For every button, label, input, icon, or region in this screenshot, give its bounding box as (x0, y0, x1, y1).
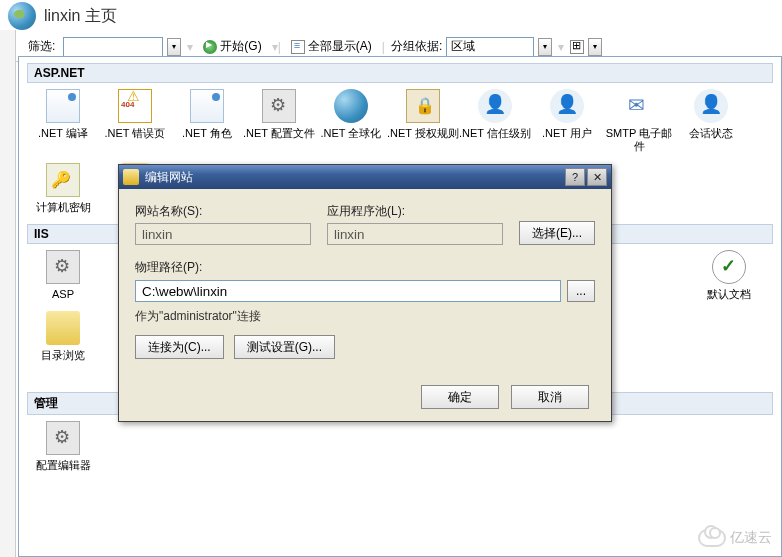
browse-button[interactable]: ... (567, 280, 595, 302)
groupby-dropdown[interactable]: ▾ (538, 38, 552, 56)
doc-icon (46, 89, 80, 123)
lock-icon (406, 89, 440, 123)
globe-icon (334, 89, 368, 123)
app-pool-label: 应用程序池(L): (327, 203, 503, 220)
app-launcher[interactable]: .NET 信任级别 (459, 89, 531, 153)
app-label: ASP (27, 288, 99, 301)
start-label: 开始(G) (220, 38, 261, 55)
app-launcher[interactable]: SMTP 电子邮件 (603, 89, 675, 153)
groupby-value: 区域 (451, 38, 475, 55)
path-label: 物理路径(P): (135, 259, 595, 276)
app-label: .NET 用户 (531, 127, 603, 140)
app-label: 目录浏览 (27, 349, 99, 362)
test-settings-button[interactable]: 测试设置(G)... (234, 335, 335, 359)
play-icon (203, 40, 217, 54)
filter-label: 筛选: (28, 38, 55, 55)
app-label: 计算机密钥 (27, 201, 99, 214)
site-name-field (135, 223, 311, 245)
app-label: 配置编辑器 (27, 459, 99, 472)
user-icon (694, 89, 728, 123)
warn-icon (118, 89, 152, 123)
connect-as-text: 作为"administrator"连接 (135, 308, 595, 325)
site-name-label: 网站名称(S): (135, 203, 311, 220)
group-header-aspnet: ASP.NET (27, 63, 773, 83)
app-pool-field (327, 223, 503, 245)
dialog-title: 编辑网站 (145, 169, 563, 186)
app-launcher[interactable]: 计算机密钥 (27, 163, 99, 214)
watermark-text: 亿速云 (730, 529, 772, 547)
gear-icon (262, 89, 296, 123)
dialog-titlebar[interactable]: 编辑网站 ? ✕ (119, 165, 611, 189)
cancel-button[interactable]: 取消 (511, 385, 589, 409)
app-launcher[interactable]: .NET 配置文件 (243, 89, 315, 153)
app-label: .NET 编译 (27, 127, 99, 140)
show-all-button[interactable]: 全部显示(A) (287, 36, 376, 57)
physical-path-field[interactable] (135, 280, 561, 302)
app-label: 默认文档 (693, 288, 765, 301)
close-button[interactable]: ✕ (587, 168, 607, 186)
dialog-icon (123, 169, 139, 185)
app-label: SMTP 电子邮件 (603, 127, 675, 153)
app-label: .NET 角色 (171, 127, 243, 140)
page-title: linxin 主页 (44, 6, 117, 27)
check-icon (712, 250, 746, 284)
showall-icon (291, 40, 305, 54)
help-button[interactable]: ? (565, 168, 585, 186)
app-launcher[interactable]: .NET 错误页 (99, 89, 171, 153)
globe-icon (8, 2, 36, 30)
doc-icon (190, 89, 224, 123)
folder-icon (46, 311, 80, 345)
app-label: .NET 授权规则 (387, 127, 459, 140)
user-icon (478, 89, 512, 123)
app-launcher[interactable]: 配置编辑器 (27, 421, 99, 472)
app-launcher[interactable]: .NET 角色 (171, 89, 243, 153)
app-launcher[interactable]: .NET 用户 (531, 89, 603, 153)
app-launcher[interactable]: .NET 全球化 (315, 89, 387, 153)
app-launcher[interactable]: 默认文档 (693, 250, 765, 301)
filter-dropdown[interactable]: ▾ (167, 38, 181, 56)
groupby-combo[interactable]: 区域 (446, 37, 534, 57)
app-launcher[interactable]: 目录浏览 (27, 311, 99, 362)
app-launcher[interactable]: .NET 编译 (27, 89, 99, 153)
gear-icon (46, 250, 80, 284)
select-pool-button[interactable]: 选择(E)... (519, 221, 595, 245)
app-label: .NET 错误页 (99, 127, 171, 140)
ellipsis-icon: ... (576, 284, 586, 298)
showall-label: 全部显示(A) (308, 38, 372, 55)
app-launcher[interactable]: 会话状态 (675, 89, 747, 153)
app-launcher[interactable]: .NET 授权规则 (387, 89, 459, 153)
app-label: .NET 配置文件 (243, 127, 315, 140)
app-label: .NET 全球化 (315, 127, 387, 140)
app-label: .NET 信任级别 (459, 127, 531, 140)
gear-icon (46, 421, 80, 455)
watermark: 亿速云 (698, 529, 772, 547)
app-launcher[interactable]: ASP (27, 250, 99, 301)
filter-input[interactable] (63, 37, 163, 57)
view-dropdown[interactable]: ▾ (588, 38, 602, 56)
groupby-label: 分组依据: (391, 38, 442, 55)
start-button[interactable]: 开始(G) (199, 36, 265, 57)
edit-website-dialog: 编辑网站 ? ✕ 网站名称(S): 应用程序池(L): 选择(E)... 物理路… (118, 164, 612, 422)
key-icon (46, 163, 80, 197)
user-icon (550, 89, 584, 123)
view-icon[interactable] (570, 40, 584, 54)
app-label: 会话状态 (675, 127, 747, 140)
cloud-icon (698, 529, 726, 547)
mail-icon (622, 89, 656, 123)
connect-as-button[interactable]: 连接为(C)... (135, 335, 224, 359)
ok-button[interactable]: 确定 (421, 385, 499, 409)
